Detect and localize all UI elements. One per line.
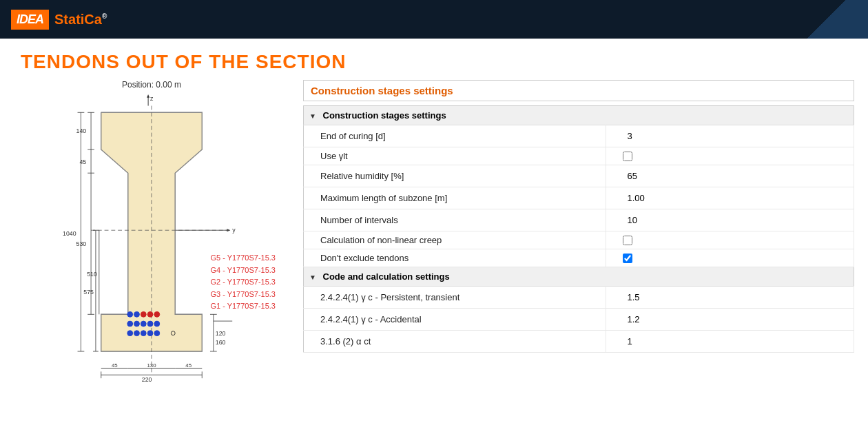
nonlinear-creep-value-cell[interactable] — [606, 231, 854, 249]
use-ylt-checkbox[interactable] — [623, 152, 632, 161]
use-ylt-checkbox-container — [623, 152, 848, 161]
tendon-label-g1: G1 - Y1770S7-15.3 — [210, 300, 276, 313]
nonlinear-creep-checkbox[interactable] — [623, 236, 632, 245]
nonlinear-creep-checkbox-container — [623, 236, 848, 245]
tendon-label-g4: G4 - Y1770S7-15.3 — [210, 265, 276, 277]
use-ylt-row: Use γlt — [304, 147, 854, 165]
use-ylt-value-cell[interactable] — [606, 147, 854, 165]
logo-statica-text: StatiCa® — [54, 12, 107, 28]
relative-humidity-input[interactable] — [623, 169, 848, 183]
exclude-tendons-label: Don't exclude tendons — [304, 249, 606, 267]
svg-point-63 — [154, 311, 160, 317]
svg-text:45: 45 — [112, 362, 118, 369]
section2-label: Code and calculation settings — [323, 271, 450, 282]
section1-header-row[interactable]: ▼ Construction stages settings — [304, 106, 854, 125]
relative-humidity-label: Relative humidity [%] — [304, 165, 606, 187]
tendon-label-g2: G2 - Y1770S7-15.3 — [210, 276, 276, 289]
position-label: Position: 0.00 m — [122, 80, 181, 90]
svg-point-55 — [134, 321, 140, 327]
svg-point-57 — [147, 321, 153, 327]
page-title-area: TENDONS OUT OF THE SECTION — [0, 39, 868, 80]
tendon-label-g5: G5 - Y1770S7-15.3 — [210, 252, 276, 265]
page-title: TENDONS OUT OF THE SECTION — [21, 51, 847, 73]
svg-point-53 — [154, 331, 160, 336]
max-length-subzone-label: Maximum length of subzone [m] — [304, 187, 606, 209]
section2-header-row[interactable]: ▼ Code and calculation settings — [304, 267, 854, 287]
gamma-c-persistent-row: 2.4.2.4(1) γ c - Persistent, transient — [304, 287, 854, 309]
svg-point-58 — [154, 321, 160, 327]
svg-point-51 — [141, 331, 146, 336]
svg-point-62 — [147, 311, 153, 317]
nonlinear-creep-label: Calculation of non-linear creep — [304, 231, 606, 249]
gamma-c-accidental-value-cell[interactable] — [606, 309, 854, 331]
exclude-tendons-value-cell[interactable] — [606, 249, 854, 267]
settings-panel-title: Construction stages settings — [303, 80, 854, 101]
gamma-c-persistent-label: 2.4.2.4(1) γ c - Persistent, transient — [304, 287, 606, 309]
svg-text:510: 510 — [87, 271, 97, 278]
alpha-ct-row: 3.1.6 (2) α ct — [304, 331, 854, 353]
svg-text:140: 140 — [76, 127, 87, 134]
num-intervals-label: Number of intervals — [304, 209, 606, 231]
svg-text:160: 160 — [216, 339, 226, 346]
use-ylt-label: Use γlt — [304, 147, 606, 165]
settings-table: ▼ Construction stages settings End of cu… — [303, 105, 854, 353]
max-length-subzone-row: Maximum length of subzone [m] — [304, 187, 854, 209]
svg-text:45: 45 — [185, 362, 192, 369]
exclude-tendons-row: Don't exclude tendons — [304, 249, 854, 267]
max-length-subzone-value-cell[interactable] — [606, 187, 854, 209]
svg-text:575: 575 — [83, 289, 94, 296]
num-intervals-input[interactable] — [623, 213, 848, 227]
gamma-c-accidental-label: 2.4.2.4(1) γ c - Accidental — [304, 309, 606, 331]
main-content: Position: 0.00 m z y — [0, 80, 868, 433]
svg-point-50 — [134, 331, 140, 336]
svg-text:120: 120 — [216, 330, 226, 337]
svg-point-49 — [127, 331, 133, 336]
nonlinear-creep-row: Calculation of non-linear creep — [304, 231, 854, 249]
svg-point-54 — [127, 321, 133, 327]
svg-point-60 — [134, 311, 140, 317]
gamma-c-persistent-value-cell[interactable] — [606, 287, 854, 309]
logo-idea-text: IDEA — [17, 12, 43, 27]
logo: IDEA StatiCa® — [11, 10, 107, 30]
section1-header-cell: ▼ Construction stages settings — [304, 106, 854, 125]
svg-text:130: 130 — [147, 362, 156, 369]
logo-reg: ® — [102, 12, 107, 20]
end-of-curing-row: End of curing [d] — [304, 125, 854, 147]
svg-text:45: 45 — [79, 158, 86, 165]
end-of-curing-input[interactable] — [623, 129, 848, 143]
alpha-ct-label: 3.1.6 (2) α ct — [304, 331, 606, 353]
exclude-tendons-checkbox-container — [623, 254, 848, 263]
logo-box: IDEA — [11, 10, 49, 30]
section2-header-cell: ▼ Code and calculation settings — [304, 267, 854, 287]
svg-text:1040: 1040 — [63, 230, 76, 237]
end-of-curing-value-cell[interactable] — [606, 125, 854, 147]
svg-point-59 — [127, 311, 133, 317]
section1-label: Construction stages settings — [323, 110, 446, 121]
svg-point-56 — [141, 321, 146, 327]
right-panel: Construction stages settings ▼ Construct… — [303, 80, 854, 433]
left-panel: Position: 0.00 m z y — [14, 80, 289, 433]
section1-toggle-icon[interactable]: ▼ — [309, 112, 316, 120]
cross-section-svg: z y — [21, 92, 282, 382]
svg-text:220: 220 — [142, 376, 152, 382]
end-of-curing-label: End of curing [d] — [304, 125, 606, 147]
svg-text:y: y — [232, 227, 236, 234]
tendon-labels: G5 - Y1770S7-15.3 G4 - Y1770S7-15.3 G2 -… — [210, 252, 276, 313]
exclude-tendons-checkbox[interactable] — [623, 254, 632, 263]
relative-humidity-row: Relative humidity [%] — [304, 165, 854, 187]
gamma-c-accidental-row: 2.4.2.4(1) γ c - Accidental — [304, 309, 854, 331]
alpha-ct-value-cell[interactable] — [606, 331, 854, 353]
gamma-c-persistent-input[interactable] — [623, 290, 848, 304]
alpha-ct-input[interactable] — [623, 334, 848, 349]
cross-section-container: z y — [21, 92, 282, 382]
section2-toggle-icon[interactable]: ▼ — [309, 273, 316, 281]
num-intervals-value-cell[interactable] — [606, 209, 854, 231]
tendon-label-g3: G3 - Y1770S7-15.3 — [210, 289, 276, 301]
gamma-c-accidental-input[interactable] — [623, 312, 848, 327]
svg-point-61 — [141, 311, 146, 317]
max-length-subzone-input[interactable] — [623, 191, 848, 205]
relative-humidity-value-cell[interactable] — [606, 165, 854, 187]
svg-point-52 — [147, 331, 153, 336]
logo-statica-main: StatiCa — [54, 12, 102, 27]
svg-text:z: z — [150, 95, 154, 102]
